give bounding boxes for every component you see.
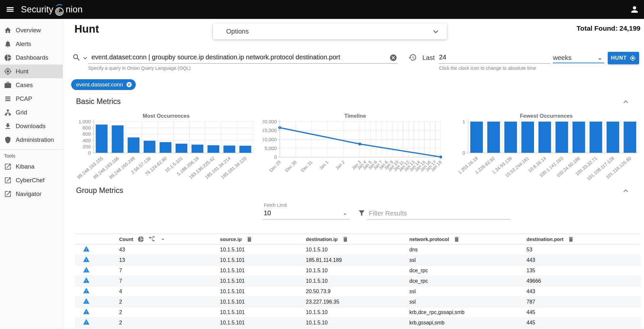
column-header-count[interactable]: Count: [119, 236, 220, 243]
query-input[interactable]: [91, 52, 388, 62]
svg-text:0: 0: [463, 150, 465, 156]
time-unit-caret-icon[interactable]: [596, 55, 604, 63]
cell-network-protocol: krb,gssapi,smb: [409, 320, 526, 326]
svg-text:600: 600: [83, 131, 91, 137]
page-title: Hunt: [74, 23, 99, 35]
sidebar-item-administration[interactable]: Administration: [0, 133, 63, 147]
cell-source-ip: 10.1.5.101: [220, 247, 306, 253]
cell-network-protocol: krb,dce_rpc,gssapi,smb: [409, 309, 526, 315]
time-amount-input[interactable]: [439, 52, 547, 62]
svg-text:5,000: 5,000: [264, 145, 277, 151]
graph-icon[interactable]: [149, 236, 155, 243]
clear-query-icon[interactable]: [389, 54, 397, 62]
warning-icon[interactable]: [83, 266, 90, 273]
fetch-limit-caret-icon[interactable]: [342, 211, 348, 217]
delete-column-icon[interactable]: [568, 236, 574, 243]
column-header-network-protocol[interactable]: network.protocol: [409, 236, 526, 243]
sidebar-item-grid[interactable]: Grid: [0, 106, 63, 119]
sidebar-item-cases[interactable]: Cases: [0, 78, 63, 92]
warning-icon[interactable]: [83, 277, 90, 284]
sidebar-item-kibana[interactable]: Kibana: [0, 160, 63, 173]
sidebar-item-navigator[interactable]: Navigator: [0, 187, 63, 201]
cell-destination-ip: 185.81.114.189: [306, 257, 409, 263]
warning-icon[interactable]: [83, 256, 90, 263]
delete-column-icon[interactable]: [342, 236, 349, 243]
cell-destination-port: 787: [526, 299, 641, 305]
pie-chart-icon[interactable]: [137, 236, 144, 243]
sidebar-item-label: Hunt: [16, 68, 28, 75]
last-label: Last: [422, 54, 435, 62]
menu-icon[interactable]: [5, 5, 15, 14]
cell-count: 2: [119, 320, 220, 326]
cell-count: 4: [119, 289, 220, 294]
filter-funnel-icon: [358, 209, 366, 217]
warning-icon[interactable]: [83, 298, 90, 305]
table-row[interactable]: 710.1.5.10110.1.5.10dce_rpc135: [75, 265, 641, 276]
table-row[interactable]: 410.1.5.10120.50.73.9ssl443: [75, 286, 641, 297]
sidebar-item-alerts[interactable]: Alerts: [0, 37, 63, 51]
cell-source-ip: 10.1.5.101: [220, 257, 306, 263]
time-unit-select[interactable]: weeks: [553, 54, 572, 62]
time-helper: Click the clock icon to change to absolu…: [439, 66, 536, 71]
sidebar-item-cyberchef[interactable]: CyberChef: [0, 173, 63, 187]
cell-destination-port: 53: [526, 247, 641, 253]
table-row[interactable]: 210.1.5.10110.1.5.10krb,gssapi,smb445: [75, 318, 641, 328]
column-header-destination-ip[interactable]: destination.ip: [306, 236, 409, 243]
column-label: destination.port: [526, 236, 563, 242]
sidebar-item-pcap[interactable]: PCAP: [0, 92, 63, 106]
warning-icon[interactable]: [83, 287, 90, 294]
table-row[interactable]: 4310.1.5.10110.1.5.10dns53: [75, 245, 641, 255]
delete-column-icon[interactable]: [246, 236, 253, 243]
caret-down-icon[interactable]: [160, 236, 166, 243]
svg-text:Dec 31: Dec 31: [300, 160, 313, 173]
filter-results-input[interactable]: [369, 209, 508, 218]
search-icon: [72, 53, 81, 62]
user-avatar-icon[interactable]: [630, 5, 639, 14]
collapse-basic-metrics-icon[interactable]: [622, 98, 629, 105]
sidebar-item-hunt[interactable]: Hunt: [0, 65, 63, 78]
svg-text:1: 1: [463, 119, 465, 124]
column-label: destination.ip: [306, 236, 338, 242]
sidebar-item-overview[interactable]: Overview: [0, 23, 63, 37]
table-row[interactable]: 210.1.5.10110.1.5.10krb,dce_rpc,gssapi,s…: [75, 307, 641, 318]
bars-icon: [4, 95, 12, 103]
warning-icon[interactable]: [83, 246, 90, 252]
column-header-source-ip[interactable]: source.ip: [220, 236, 306, 243]
brand-text-security: Security: [21, 5, 53, 15]
svg-text:Dec 30: Dec 30: [284, 160, 298, 173]
fetch-limit-select[interactable]: 10: [264, 209, 271, 217]
cell-network-protocol: ssl: [409, 299, 526, 305]
sidebar-item-dashboards[interactable]: Dashboards: [0, 51, 63, 65]
svg-text:Dec 29: Dec 29: [268, 160, 282, 173]
warning-icon[interactable]: [83, 308, 90, 315]
svg-text:20,000: 20,000: [263, 119, 277, 124]
hunt-button[interactable]: HUNT: [608, 52, 639, 64]
total-found: Total Found: 24,199: [576, 24, 640, 32]
column-label: source.ip: [220, 236, 242, 242]
svg-text:Jan 1: Jan 1: [318, 160, 329, 171]
sidebar-item-downloads[interactable]: Downloads: [0, 119, 63, 133]
query-caret-icon[interactable]: [82, 55, 88, 61]
collapse-group-metrics-icon[interactable]: [622, 187, 629, 194]
sitemap-icon: [4, 109, 12, 116]
table-row[interactable]: 710.1.5.10110.1.5.10dce_rpc49666: [75, 276, 641, 286]
external-link-icon: [4, 176, 12, 184]
filter-results-underline: [367, 219, 510, 219]
svg-text:800: 800: [83, 125, 91, 130]
warning-icon[interactable]: [83, 319, 90, 325]
table-row[interactable]: 1310.1.5.101185.81.114.189ssl443: [75, 255, 641, 265]
cell-destination-ip: 10.1.5.10: [306, 320, 409, 326]
cell-source-ip: 10.1.5.101: [220, 268, 306, 274]
chart-most-occurrences: 02004006008001,00089.248.163.15589.248.1…: [74, 112, 258, 185]
onion-logo-icon: [54, 3, 65, 17]
delete-column-icon[interactable]: [453, 236, 460, 243]
relative-time-clock-icon[interactable]: [408, 53, 417, 62]
remove-filter-icon[interactable]: [126, 82, 132, 88]
options-dropdown[interactable]: Options: [213, 23, 447, 39]
download-icon: [4, 122, 12, 130]
table-row[interactable]: 210.1.5.10123.227.196.35ssl787: [75, 297, 641, 307]
column-header-destination-port[interactable]: destination.port: [526, 236, 641, 243]
fetch-limit-label: Fetch Limit: [264, 202, 287, 208]
filter-chip[interactable]: event.dataset:conn: [71, 79, 136, 90]
cell-count: 2: [119, 299, 220, 305]
